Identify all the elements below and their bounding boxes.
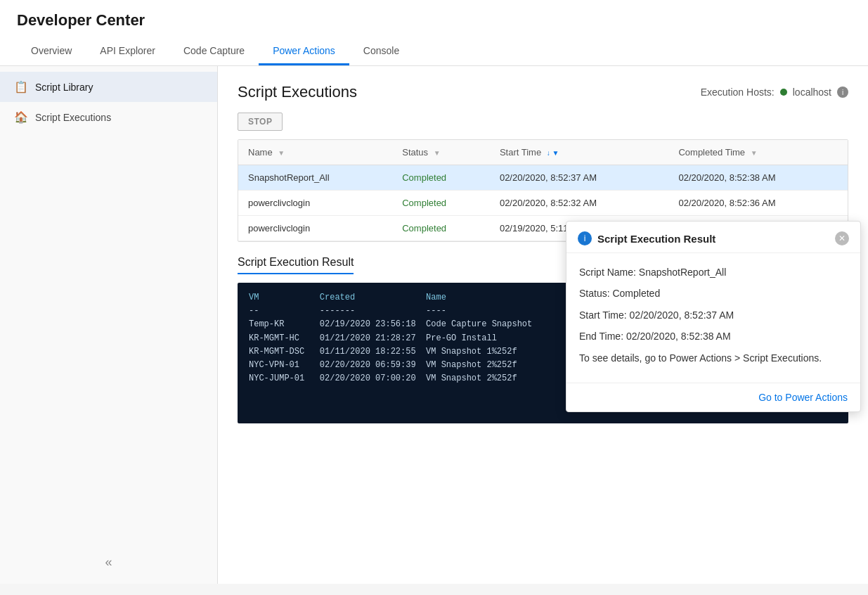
cell-status: Completed — [392, 191, 490, 216]
col-name[interactable]: Name ▼ — [238, 140, 392, 165]
host-status-dot — [780, 89, 787, 96]
executions-icon: 🏠 — [14, 110, 28, 124]
cell-start: 02/20/2020, 8:52:37 AM — [490, 165, 669, 191]
library-icon: 📋 — [14, 80, 28, 94]
col-completed-time[interactable]: Completed Time ▼ — [668, 140, 848, 165]
popup-script-name: Script Name: SnapshotReport_All — [579, 264, 848, 280]
popup-end-time: End Time: 02/20/2020, 8:52:38 AM — [579, 328, 848, 344]
cell-name: powerclivclogin — [238, 216, 392, 241]
popup-close-button[interactable]: ✕ — [835, 231, 849, 245]
sidebar-item-script-library[interactable]: 📋 Script Library — [0, 72, 217, 102]
execution-hosts: Execution Hosts: localhost i — [701, 87, 848, 98]
app-title: Developer Center — [17, 11, 851, 38]
popup-footer: Go to Power Actions — [566, 383, 860, 411]
sidebar-item-label-executions: Script Executions — [35, 112, 111, 123]
result-section-title: Script Execution Result — [238, 256, 354, 274]
info-icon[interactable]: i — [837, 87, 848, 98]
cell-status: Completed — [392, 216, 490, 241]
popup-start-time: Start Time: 02/20/2020, 8:52:37 AM — [579, 307, 848, 323]
sidebar-item-label-library: Script Library — [35, 82, 93, 93]
popup-body: Script Name: SnapshotReport_All Status: … — [566, 253, 860, 383]
tab-console[interactable]: Console — [349, 38, 413, 65]
status-sort-icon: ▼ — [434, 149, 441, 157]
popup-title-row: i Script Execution Result — [578, 231, 715, 245]
main-layout: 📋 Script Library 🏠 Script Executions « S… — [0, 66, 868, 584]
popup-details: To see details, go to Power Actions > Sc… — [579, 350, 848, 366]
popup-info-icon: i — [578, 231, 592, 245]
cell-name: SnapshotReport_All — [238, 165, 392, 191]
popup-header: i Script Execution Result ✕ — [566, 222, 860, 253]
table-row[interactable]: SnapshotReport_All Completed 02/20/2020,… — [238, 165, 848, 191]
host-name: localhost — [793, 87, 831, 98]
col-status[interactable]: Status ▼ — [392, 140, 490, 165]
main-content: Script Executions Execution Hosts: local… — [218, 66, 868, 584]
nav-tabs: Overview API Explorer Code Capture Power… — [17, 38, 851, 65]
start-sort-icon: ↓ ▼ — [547, 149, 559, 157]
go-to-power-actions-link[interactable]: Go to Power Actions — [758, 392, 848, 403]
tab-power-actions[interactable]: Power Actions — [259, 38, 349, 65]
sidebar-item-script-executions[interactable]: 🏠 Script Executions — [0, 102, 217, 132]
sidebar-collapse-button[interactable]: « — [105, 555, 112, 570]
cell-completed: 02/20/2020, 8:52:36 AM — [668, 191, 848, 216]
execution-hosts-label: Execution Hosts: — [701, 87, 775, 98]
content-header: Script Executions Execution Hosts: local… — [238, 83, 848, 101]
page-title: Script Executions — [238, 83, 357, 101]
popup-overlay: i Script Execution Result ✕ Script Name:… — [566, 221, 861, 412]
completed-sort-icon: ▼ — [751, 149, 758, 157]
sidebar: 📋 Script Library 🏠 Script Executions « — [0, 66, 218, 584]
cell-name: powerclivclogin — [238, 191, 392, 216]
popup-status: Status: Completed — [579, 286, 848, 301]
popup-title: Script Execution Result — [597, 233, 715, 245]
cell-completed: 02/20/2020, 8:52:38 AM — [668, 165, 848, 191]
tab-api-explorer[interactable]: API Explorer — [86, 38, 169, 65]
cell-status: Completed — [392, 165, 490, 191]
name-sort-icon: ▼ — [278, 149, 285, 157]
tab-code-capture[interactable]: Code Capture — [169, 38, 259, 65]
tab-overview[interactable]: Overview — [17, 38, 86, 65]
stop-button[interactable]: STOP — [238, 113, 283, 131]
col-start-time[interactable]: Start Time ↓ ▼ — [490, 140, 669, 165]
script-execution-result-popup: i Script Execution Result ✕ Script Name:… — [566, 221, 861, 412]
table-row[interactable]: powerclivclogin Completed 02/20/2020, 8:… — [238, 191, 848, 216]
app-header: Developer Center Overview API Explorer C… — [0, 0, 868, 66]
cell-start: 02/20/2020, 8:52:32 AM — [490, 191, 669, 216]
